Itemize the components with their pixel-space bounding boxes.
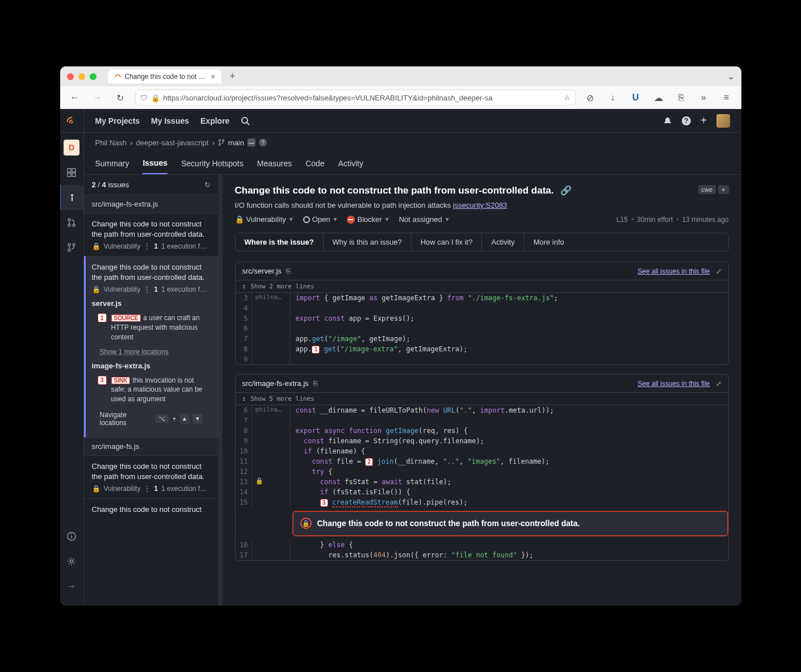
- rail-branches[interactable]: [60, 235, 84, 260]
- see-all-issues-link[interactable]: See all issues in this file: [638, 380, 710, 388]
- line-number: 7: [236, 415, 251, 426]
- rule-link[interactable]: jssecurity:S2083: [453, 201, 507, 209]
- flow-step[interactable]: 1 SOURCEa user can craft an HTTP request…: [92, 311, 211, 344]
- back-button[interactable]: ←: [67, 90, 83, 106]
- sidebar-header: 2 / 4 issues ↻: [84, 175, 219, 195]
- forward-button[interactable]: →: [90, 90, 106, 106]
- permalink-icon[interactable]: 🔗: [560, 185, 572, 196]
- code-file-name: src/server.js ⎘: [242, 267, 291, 275]
- expand-icon[interactable]: ⤢: [716, 380, 722, 388]
- rail-pull-requests[interactable]: [60, 210, 84, 235]
- rail-overview[interactable]: [60, 160, 84, 185]
- expand-icon[interactable]: ⤢: [716, 267, 722, 275]
- cloud-icon: [65, 115, 78, 127]
- tab-security-hotspots[interactable]: Security Hotspots: [181, 153, 244, 174]
- status-dropdown[interactable]: Open ▼: [303, 215, 338, 224]
- tab-activity[interactable]: Activity: [338, 153, 363, 174]
- tag-add[interactable]: +: [718, 185, 728, 194]
- new-tab-button[interactable]: +: [226, 70, 240, 83]
- nav-my-issues[interactable]: My Issues: [151, 116, 189, 125]
- flow-step[interactable]: 3 SINKthis invocation is not safe; a mal…: [92, 373, 211, 406]
- reload-button[interactable]: ↻: [112, 90, 128, 106]
- tab-summary[interactable]: Summary: [95, 153, 129, 174]
- code-file-name: src/image-fs-extra.js ⎘: [242, 379, 318, 388]
- show-more-lines[interactable]: ↥ Show 5 more lines: [236, 393, 728, 405]
- info-icon[interactable]: ?: [259, 138, 267, 146]
- tab-why[interactable]: Why is this an issue?: [324, 233, 412, 251]
- tab-close-button[interactable]: ×: [211, 72, 215, 81]
- add-icon[interactable]: +: [701, 114, 707, 127]
- issue-card[interactable]: Change this code to not construct the pa…: [84, 213, 219, 256]
- help-icon[interactable]: ?: [681, 116, 691, 126]
- tab-title: Change this code to not constru: [125, 73, 208, 81]
- plus-text: +: [172, 415, 176, 423]
- rail-collapse[interactable]: →: [60, 574, 84, 599]
- menu-icon[interactable]: ≡: [719, 90, 735, 106]
- tab-more-info[interactable]: More info: [525, 233, 573, 251]
- rail-issues[interactable]: [60, 185, 84, 210]
- user-avatar[interactable]: [716, 114, 730, 128]
- pocket-icon[interactable]: ⊘: [582, 90, 598, 106]
- branch-icon: [218, 139, 225, 146]
- issue-title: Change this code to not construct the pa…: [92, 262, 211, 282]
- see-all-issues-link[interactable]: See all issues in this file: [638, 267, 710, 275]
- crumb-user[interactable]: Phil Nash: [95, 138, 127, 147]
- copy-icon[interactable]: ⎘: [286, 267, 291, 275]
- code-text: [290, 354, 296, 364]
- assignee-dropdown[interactable]: Not assigned ▼: [399, 215, 450, 224]
- code-text: [290, 415, 296, 426]
- tab-activity[interactable]: Activity: [482, 233, 524, 251]
- tab-code[interactable]: Code: [305, 153, 324, 174]
- branch-name[interactable]: main: [228, 138, 244, 147]
- line-number: 7: [236, 334, 251, 344]
- chevron-right-icon: ›: [130, 138, 132, 147]
- extension-icon-1[interactable]: U: [628, 90, 644, 106]
- window-maximize[interactable]: [90, 73, 97, 80]
- tab-issues[interactable]: Issues: [142, 153, 167, 174]
- org-badge[interactable]: D: [64, 140, 79, 156]
- overflow-icon[interactable]: »: [696, 90, 712, 106]
- show-more-lines[interactable]: ↥ Show 2 more lines: [236, 280, 728, 293]
- nav-down-button[interactable]: ▼: [192, 414, 202, 424]
- downloads-icon[interactable]: ↓: [605, 90, 621, 106]
- window-minimize[interactable]: [78, 73, 85, 80]
- nav-up-button[interactable]: ▲: [179, 414, 189, 424]
- extension-icon-2[interactable]: ☁: [651, 90, 666, 106]
- nav-explore[interactable]: Explore: [200, 116, 229, 125]
- severity-dropdown[interactable]: Blocker ▼: [347, 215, 389, 224]
- refresh-icon[interactable]: ↻: [204, 180, 211, 189]
- svg-point-4: [71, 194, 73, 196]
- issue-type: Vulnerability: [104, 285, 141, 293]
- line-number: 8: [236, 426, 251, 436]
- tab-list-dropdown[interactable]: ⌄: [727, 71, 735, 82]
- bookmark-star-icon[interactable]: ☆: [564, 94, 571, 102]
- show-more-locations[interactable]: Show 1 more locations: [100, 348, 169, 356]
- nav-my-projects[interactable]: My Projects: [95, 116, 140, 125]
- issue-card-selected[interactable]: Change this code to not construct the pa…: [84, 256, 219, 437]
- window-close[interactable]: [67, 73, 74, 80]
- svg-point-22: [219, 144, 220, 145]
- line-number: 13: [236, 477, 251, 487]
- rail-info[interactable]: [60, 524, 84, 549]
- notifications-icon[interactable]: [663, 116, 672, 125]
- issue-card[interactable]: Change this code to not construct the pa…: [84, 455, 219, 498]
- rail-settings[interactable]: [60, 549, 84, 574]
- url-bar[interactable]: 🛡 🔒 https://sonarcloud.io/project/issues…: [135, 90, 576, 106]
- inline-issue-box[interactable]: 🔒Change this code to not construct the p…: [292, 511, 728, 536]
- extension-icon-3[interactable]: ⎘: [673, 90, 689, 106]
- tab-where[interactable]: Where is the issue?: [236, 233, 324, 251]
- crumb-project[interactable]: deeper-sast-javascript: [136, 138, 208, 147]
- issue-card[interactable]: Change this code to not construct: [84, 498, 219, 524]
- issue-type-dropdown[interactable]: 🔒 Vulnerability ▼: [235, 215, 294, 224]
- copy-icon[interactable]: ⎘: [313, 379, 318, 388]
- tag-cwe[interactable]: cwe: [698, 185, 716, 194]
- code-text: const __dirname = fileURLToPath(new URL(…: [290, 405, 554, 415]
- tab-measures[interactable]: Measures: [257, 153, 292, 174]
- blame-author: philna…: [251, 405, 290, 415]
- separator-icon: ⋮: [144, 285, 150, 293]
- browser-tab[interactable]: Change this code to not constru ×: [108, 70, 221, 83]
- search-icon[interactable]: [241, 116, 250, 125]
- code-text: const filename = String(req.query.filena…: [290, 436, 484, 446]
- sonarcloud-logo[interactable]: [60, 109, 84, 133]
- tab-how-fix[interactable]: How can I fix it?: [412, 233, 483, 251]
